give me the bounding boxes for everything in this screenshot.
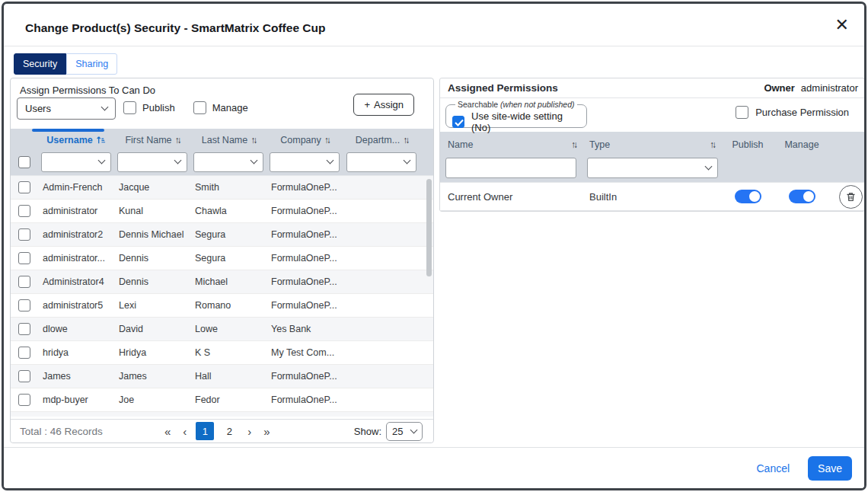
assign-to-select[interactable]: Users <box>17 97 116 120</box>
chevron-down-icon <box>410 426 418 433</box>
first-page-button[interactable]: « <box>161 425 174 438</box>
tab-security[interactable]: Security <box>14 53 66 75</box>
table-row[interactable]: James James Hall FormulaOneP... <box>11 365 433 388</box>
purchase-permission-label: Purchase Permission <box>755 107 849 118</box>
searchable-legend: Searchable (when not published) <box>455 100 577 109</box>
page-1-button[interactable]: 1 <box>196 422 214 440</box>
cell-first-name: Dennis Michael <box>114 229 190 240</box>
table-row-clipped[interactable]: 9967567892 N... <box>11 412 433 417</box>
can-do-group: Publish Manage <box>123 101 248 114</box>
next-page-button[interactable]: › <box>244 425 254 438</box>
chevron-down-icon <box>327 157 334 165</box>
publish-toggle[interactable] <box>735 190 761 203</box>
vertical-scrollbar-thumb[interactable] <box>426 179 432 276</box>
row-checkbox[interactable] <box>18 347 30 359</box>
table-row[interactable]: administrator Kunal Chawla FormulaOneP..… <box>11 200 433 223</box>
cell-first-name: Jacque <box>114 182 190 193</box>
can-do-label: Can Do <box>122 85 155 96</box>
delete-permission-button[interactable] <box>839 185 863 209</box>
column-header-department[interactable]: Departm... ↑↓ <box>343 135 420 145</box>
save-button[interactable]: Save <box>808 456 852 481</box>
vertical-scrollbar[interactable] <box>426 176 432 374</box>
last-page-button[interactable]: » <box>260 425 273 438</box>
row-checkbox[interactable] <box>18 228 30 241</box>
first-name-filter-select[interactable] <box>117 152 187 172</box>
purchase-permission-checkbox[interactable] <box>736 106 748 119</box>
site-wide-setting-checkbox[interactable] <box>452 116 464 128</box>
horizontal-scrollbar[interactable] <box>32 129 455 133</box>
type-filter-select[interactable] <box>587 158 718 178</box>
table-row[interactable]: dlowe David Lowe Yes Bank <box>11 318 433 341</box>
permission-row: Current Owner BuiltIn <box>440 182 864 211</box>
cell-first-name: James <box>114 371 190 382</box>
row-checkbox[interactable] <box>18 394 30 406</box>
username-filter-select[interactable] <box>41 152 111 172</box>
table-row[interactable]: administrator5 Lexi Romano FormulaOneP..… <box>11 294 433 318</box>
cell-first-name: Dennis <box>114 276 190 287</box>
cell-username: James <box>38 371 114 382</box>
publish-checkbox[interactable] <box>123 101 136 114</box>
department-filter-select[interactable] <box>346 152 416 172</box>
column-header-type[interactable]: Type ↑↓ <box>582 139 720 150</box>
row-checkbox[interactable] <box>18 205 30 217</box>
cell-last-name: Romano <box>190 300 266 311</box>
manage-checkbox[interactable] <box>193 101 206 114</box>
select-all-checkbox[interactable] <box>18 156 30 168</box>
row-checkbox[interactable] <box>18 252 30 264</box>
cell-last-name: Hall <box>190 371 266 382</box>
page-size-select[interactable]: 25 <box>386 422 423 441</box>
column-header-last-name[interactable]: Last Name ↑↓ <box>190 135 266 145</box>
close-icon[interactable]: ✕ <box>835 16 849 34</box>
cell-company: FormulaOneP... <box>266 229 343 240</box>
assign-button[interactable]: + Assign <box>353 94 414 116</box>
company-filter-select[interactable] <box>270 152 340 172</box>
cell-permission-name: Current Owner <box>440 191 582 203</box>
table-row[interactable]: administrator2 Dennis Michael Segura For… <box>11 223 433 247</box>
users-grid-body: Admin-French Jacque Smith FormulaOneP...… <box>11 175 433 417</box>
cell-first-name: Dennis <box>114 253 190 264</box>
cell-company: My Test Com... <box>266 347 343 358</box>
page-title: Change Product(s) Security - SmartMatrix… <box>25 21 325 35</box>
cell-username: mdp-buyer <box>38 395 114 405</box>
table-row[interactable]: Admin-French Jacque Smith FormulaOneP... <box>11 176 433 200</box>
sort-ascending-icon <box>96 135 106 145</box>
cell-company: FormulaOneP... <box>266 182 343 193</box>
table-row[interactable]: hridya Hridya K S My Test Com... <box>11 341 433 365</box>
manage-checkbox-label: Manage <box>212 102 248 113</box>
horizontal-scrollbar-thumb[interactable] <box>32 129 104 132</box>
manage-toggle[interactable] <box>789 190 815 203</box>
prev-page-button[interactable]: ‹ <box>180 425 190 438</box>
row-checkbox[interactable] <box>18 370 30 382</box>
page-2-button[interactable]: 2 <box>220 422 238 440</box>
sort-icon: ↑↓ <box>175 135 180 145</box>
modal-header: Change Product(s) Security - SmartMatrix… <box>4 4 864 46</box>
table-row[interactable]: administrator... Dennis Segura FormulaOn… <box>11 247 433 270</box>
modal-footer: Cancel Save <box>4 447 864 488</box>
cell-last-name: Chawla <box>190 206 266 216</box>
assign-permissions-to-label: Assign Permissions To <box>20 85 120 96</box>
chevron-down-icon <box>174 157 182 165</box>
last-name-filter-select[interactable] <box>193 152 263 172</box>
chevron-down-icon <box>98 157 106 165</box>
sort-icon: ↑↓ <box>251 135 255 145</box>
cancel-button[interactable]: Cancel <box>756 462 790 474</box>
row-checkbox[interactable] <box>18 323 30 335</box>
owner-value: administrator <box>801 82 858 94</box>
tab-sharing[interactable]: Sharing <box>66 53 117 75</box>
column-header-company[interactable]: Company ↑↓ <box>266 135 343 145</box>
row-checkbox[interactable] <box>18 276 30 288</box>
row-checkbox[interactable] <box>18 181 30 193</box>
name-filter-input[interactable] <box>445 158 576 178</box>
assign-to-value: Users <box>25 103 51 114</box>
row-checkbox[interactable] <box>18 299 30 311</box>
page-size-value: 25 <box>392 426 403 437</box>
column-header-first-name[interactable]: First Name ↑↓ <box>114 135 190 145</box>
cell-username: dlowe <box>38 324 114 334</box>
chevron-down-icon <box>404 157 411 165</box>
table-row[interactable]: mdp-buyer Joe Fedor FormulaOneP... <box>11 388 433 412</box>
column-header-name[interactable]: Name ↑↓ <box>440 139 582 150</box>
cell-username: administrator5 <box>38 300 114 311</box>
column-header-username[interactable]: Username <box>38 135 114 145</box>
permissions-grid-filter-row <box>440 158 864 182</box>
table-row[interactable]: Administrator4 Dennis Michael FormulaOne… <box>11 270 433 294</box>
